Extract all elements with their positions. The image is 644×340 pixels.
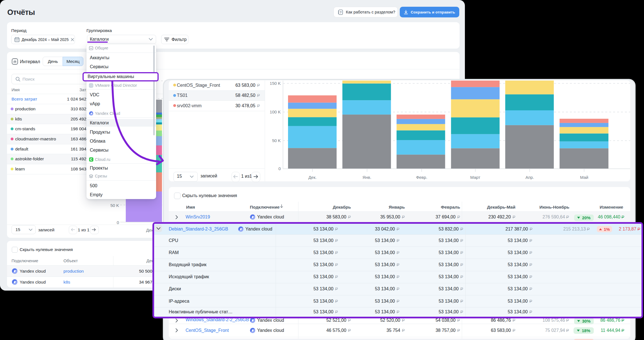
svg-text:50 K: 50 K [272, 138, 281, 143]
svg-text:Апр.: Апр. [526, 175, 534, 180]
svg-text:?: ? [340, 10, 342, 14]
svg-text:Янв.: Янв. [362, 175, 371, 180]
svg-text:100 K: 100 K [270, 109, 281, 114]
svg-text:Февр.: Февр. [416, 175, 427, 180]
svg-text:Дек.: Дек. [308, 175, 316, 180]
svg-text:Май: Май [580, 175, 588, 180]
svg-text:0: 0 [278, 166, 281, 171]
svg-text:Март: Март [470, 175, 480, 180]
svg-text:150 K: 150 K [270, 81, 281, 86]
